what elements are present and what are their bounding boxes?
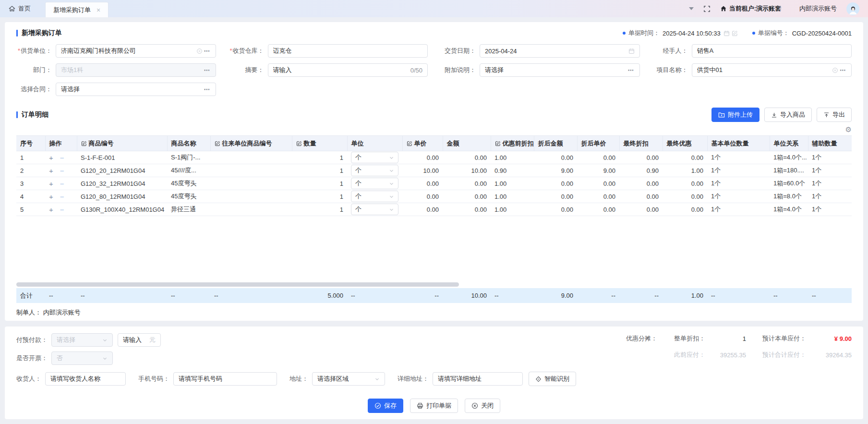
bullet-dot-icon (752, 32, 755, 35)
contract-input[interactable]: 请选择 ⋯ (56, 83, 216, 96)
unit-select[interactable]: 个 (351, 204, 398, 215)
avatar[interactable] (846, 2, 859, 15)
print-label: 打印单据 (426, 401, 451, 410)
department-label: 部门： (16, 66, 56, 74)
cell: 1个 (808, 190, 852, 203)
smart-recognize-button[interactable]: 智能识别 (529, 372, 576, 386)
cell: 1箱=4.0个... (770, 151, 808, 164)
delivery-label: 交货日期： (440, 47, 480, 55)
unit-select[interactable]: 个 (351, 191, 398, 202)
home-nav[interactable]: 首页 (9, 4, 31, 13)
cell: 5 (16, 203, 45, 216)
region-select[interactable]: 请选择区域 (312, 372, 385, 386)
chevron-down-icon (389, 207, 394, 212)
close-circle-icon (471, 402, 478, 409)
column-header: 商品编号 (77, 136, 167, 151)
more-icon[interactable]: ⋯ (840, 67, 846, 74)
import-products-button[interactable]: 导入商品 (764, 108, 812, 122)
account-label[interactable]: 内部演示账号 (799, 4, 837, 13)
more-icon[interactable]: ⋯ (628, 67, 635, 74)
unit-select[interactable]: 个 (351, 152, 398, 163)
prepay-select[interactable]: 请选择 (51, 333, 113, 347)
cell: +− (45, 151, 77, 164)
export-button[interactable]: 导出 (817, 108, 852, 122)
whole-discount-value[interactable]: 1 (705, 335, 746, 342)
save-label: 保存 (384, 401, 397, 410)
summary-cell: -- (45, 288, 77, 303)
remove-row-button[interactable]: − (60, 193, 64, 201)
add-row-button[interactable]: + (49, 206, 53, 214)
table-row: 3+−G120_32_12RM01G0445度弯头1个0.000.001.000… (16, 177, 852, 190)
field-summary: 摘要： 请输入 0/50 (229, 63, 428, 77)
supplier-label: 供货单位： (21, 47, 52, 54)
summary-cell: -- (347, 288, 402, 303)
fullscreen-icon[interactable] (703, 5, 711, 12)
close-button[interactable]: 关闭 (465, 399, 500, 413)
folder-plus-icon (718, 111, 725, 118)
required-mark: * (18, 47, 20, 54)
chevron-down-icon[interactable] (689, 7, 694, 10)
column-header: 单位关系 (770, 136, 808, 151)
project-label: 项目名称： (652, 66, 692, 74)
summary-cell: 合计 (16, 288, 45, 303)
add-row-button[interactable]: + (49, 180, 53, 188)
calendar-icon[interactable] (628, 48, 635, 54)
add-row-button[interactable]: + (49, 167, 53, 175)
remove-row-button[interactable]: − (60, 180, 64, 188)
horizontal-scrollbar[interactable] (16, 282, 459, 287)
receiver-input[interactable]: 请填写收货人名称 (45, 372, 126, 386)
unit-select[interactable]: 个 (351, 165, 398, 176)
unit-select[interactable]: 个 (351, 178, 398, 189)
edit-icon (215, 141, 220, 146)
more-icon[interactable]: ⋯ (204, 48, 211, 55)
export-label: 导出 (832, 110, 845, 119)
creator-line: 制单人： 内部演示账号 (16, 308, 852, 317)
chevron-down-icon (389, 155, 394, 160)
remove-row-button[interactable]: − (60, 206, 64, 214)
detail-header: 订单明细 附件上传 导入商品 导出 (16, 108, 852, 122)
prepay-amount-input[interactable]: 请输入 元 (118, 333, 161, 347)
tenant-menu[interactable]: 当前租户:演示账套 (720, 4, 781, 13)
calendar-icon[interactable] (723, 30, 730, 36)
save-button[interactable]: 保存 (368, 399, 403, 413)
upload-attachment-button[interactable]: 附件上传 (711, 108, 760, 122)
column-header: 折后金额 (534, 136, 577, 151)
tab-new-purchase-order[interactable]: 新增采购订单 × (45, 2, 108, 17)
extra-note-input[interactable]: 请选择 ⋯ (480, 63, 640, 77)
invoice-select[interactable]: 否 (51, 351, 113, 365)
address-placeholder: 请填写详细地址 (438, 375, 518, 383)
edit-icon[interactable] (732, 30, 738, 36)
cell: 0.00 (663, 177, 707, 190)
cell: 0.00 (577, 177, 619, 190)
delivery-date-input[interactable]: 2025-04-24 (480, 44, 640, 58)
add-row-button[interactable]: + (49, 193, 53, 201)
address-input[interactable]: 请填写详细地址 (433, 372, 523, 386)
table-row: 1+−S-1-F-E-001S-1阀门-...1个0.000.001.000.0… (16, 151, 852, 164)
more-icon[interactable]: ⋯ (204, 67, 211, 74)
remove-row-button[interactable]: − (60, 154, 64, 162)
gear-icon[interactable]: ⚙ (845, 125, 852, 134)
cell: 0.00 (534, 203, 577, 216)
handler-input[interactable]: 销售A (692, 44, 852, 58)
phone-input[interactable]: 请填写手机号码 (173, 372, 277, 386)
handler-value: 销售A (697, 47, 847, 55)
tab-close-icon[interactable]: × (96, 7, 100, 13)
cell: 45////度... (167, 164, 210, 177)
department-input[interactable]: 市场1科 ⋯ (56, 63, 216, 77)
project-input[interactable]: 供货中01 ⋯ (692, 63, 852, 77)
warehouse-input[interactable]: 迈克仓 (268, 44, 428, 58)
print-button[interactable]: 打印单据 (410, 399, 458, 413)
clear-icon[interactable] (196, 48, 203, 54)
add-row-button[interactable]: + (49, 154, 53, 162)
more-icon[interactable]: ⋯ (204, 86, 211, 93)
summary-input[interactable]: 请输入 0/50 (268, 63, 428, 77)
supplier-input[interactable]: 济南迈克阀门科技有限公司 ⋯ (56, 44, 216, 58)
cell (210, 164, 292, 177)
remove-row-button[interactable]: − (60, 167, 64, 175)
diamond-scan-icon (535, 376, 542, 382)
chevron-down-icon (102, 356, 108, 361)
cell: 2 (16, 164, 45, 177)
doc-time-label: 单据时间： (628, 29, 660, 37)
clear-icon[interactable] (832, 67, 838, 73)
cell: S-1-F-E-001 (77, 151, 167, 164)
